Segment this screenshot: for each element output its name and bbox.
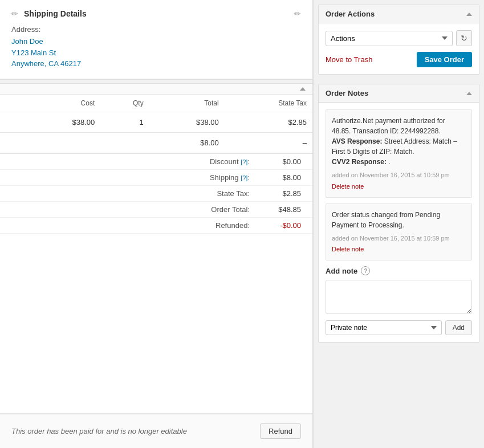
actions-row: Actions ↻ xyxy=(326,30,472,46)
refresh-button[interactable]: ↻ xyxy=(456,30,472,46)
add-note-area: Add note ? Private note Customer note Ad… xyxy=(326,266,472,335)
order-footer: This order has been paid for and is no l… xyxy=(0,413,312,448)
shipping-row-tax: – xyxy=(225,132,312,153)
note-meta-2: added on November 16, 2015 at 10:59 pm xyxy=(332,234,466,243)
totals-tax-row: State Tax: $2.85 xyxy=(0,186,312,202)
note-type-select[interactable]: Private note Customer note xyxy=(326,320,442,335)
order-notes-collapse[interactable] xyxy=(466,92,472,95)
totals-order-row: Order Total: $48.85 xyxy=(0,202,312,218)
shipping-street: Y123 Main St xyxy=(11,47,301,59)
order-notes-section: Order Notes Authorize.Net payment author… xyxy=(318,84,479,343)
order-notes-header: Order Notes xyxy=(319,84,479,103)
shipping-section: ✏ Shipping Details ✏ Address: John Doe Y… xyxy=(0,0,312,79)
note-text-1: Authorize.Net payment authorized for 48.… xyxy=(332,116,466,167)
footer-text: This order has been paid for and is no l… xyxy=(11,427,187,435)
refunded-label: Refunded: xyxy=(170,221,250,230)
order-notes-title: Order Notes xyxy=(326,89,368,97)
shipping-row: $8.00 – xyxy=(0,132,312,153)
note-card-1: Authorize.Net payment authorized for 48.… xyxy=(326,109,472,198)
totals-discount-row: Discount [?]: $0.00 xyxy=(0,154,312,170)
add-note-help-icon[interactable]: ? xyxy=(361,266,370,275)
item-cost: $38.00 xyxy=(25,112,100,132)
shipping-row-qty xyxy=(100,132,149,153)
actions-bottom: Move to Trash Save Order xyxy=(326,52,472,67)
shipping-value: $8.00 xyxy=(261,173,301,182)
shipping-header: ✏ Shipping Details ✏ xyxy=(11,9,301,18)
discount-label: Discount [?]: xyxy=(170,157,250,166)
note-textarea[interactable] xyxy=(326,280,472,314)
items-table: Cost Qty Total State Tax $38.00 1 $38.00… xyxy=(0,95,312,153)
refunded-value: -$0.00 xyxy=(261,221,301,230)
order-items-header xyxy=(0,84,312,95)
left-panel: ✏ Shipping Details ✏ Address: John Doe Y… xyxy=(0,0,313,448)
order-total-label: Order Total: xyxy=(170,205,250,214)
item-state-tax: $2.85 xyxy=(225,112,312,132)
item-total: $38.00 xyxy=(149,112,225,132)
shipping-name: John Doe xyxy=(11,36,301,47)
collapse-icon[interactable] xyxy=(300,87,306,91)
discount-value: $0.00 xyxy=(261,157,301,166)
refund-button[interactable]: Refund xyxy=(260,423,301,439)
shipping-address: Address: John Doe Y123 Main St Anywhere,… xyxy=(11,25,301,70)
address-label: Address: xyxy=(11,25,301,34)
col-total: Total xyxy=(149,95,225,112)
section-divider xyxy=(0,79,312,84)
col-state-tax: State Tax xyxy=(225,95,312,112)
item-qty: 1 xyxy=(100,112,149,132)
shipping-row-label xyxy=(0,132,25,153)
order-total-value: $48.85 xyxy=(261,205,301,214)
col-item xyxy=(0,95,25,112)
shipping-row-total: $8.00 xyxy=(149,132,225,153)
right-panel: Order Actions Actions ↻ Move to Trash Sa… xyxy=(313,0,484,448)
note-card-2: Order status changed from Pending Paymen… xyxy=(326,203,472,261)
add-note-button[interactable]: Add xyxy=(445,320,472,335)
note-text-2: Order status changed from Pending Paymen… xyxy=(332,210,466,230)
totals-shipping-row: Shipping [?]: $8.00 xyxy=(0,170,312,186)
totals-refunded-row: Refunded: -$0.00 xyxy=(0,218,312,234)
order-items-section: Cost Qty Total State Tax $38.00 1 $38.00… xyxy=(0,84,312,414)
save-order-button[interactable]: Save Order xyxy=(417,52,472,67)
order-actions-body: Actions ↻ Move to Trash Save Order xyxy=(319,23,479,74)
shipping-title: Shipping Details xyxy=(24,9,87,18)
order-actions-title: Order Actions xyxy=(326,10,375,18)
tax-label: State Tax: xyxy=(170,189,250,198)
add-note-label: Add note xyxy=(326,267,357,275)
edit-shipping-icon[interactable]: ✏ xyxy=(11,9,18,18)
shipping-row-cost xyxy=(25,132,100,153)
shipping-label: Shipping [?]: xyxy=(170,173,250,182)
actions-select[interactable]: Actions xyxy=(326,31,453,46)
order-notes-body: Authorize.Net payment authorized for 48.… xyxy=(319,103,479,342)
col-cost: Cost xyxy=(25,95,100,112)
note-meta-1: added on November 16, 2015 at 10:59 pm xyxy=(332,170,466,180)
note-delete-2[interactable]: Delete note xyxy=(332,246,364,252)
tax-value: $2.85 xyxy=(261,189,301,198)
order-actions-header: Order Actions xyxy=(319,5,479,23)
order-actions-section: Order Actions Actions ↻ Move to Trash Sa… xyxy=(318,5,479,75)
item-name xyxy=(0,112,25,132)
shipping-help[interactable]: [?] xyxy=(241,174,247,181)
totals-section: Discount [?]: $0.00 Shipping [?]: $8.00 … xyxy=(0,153,312,234)
move-to-trash-link[interactable]: Move to Trash xyxy=(326,55,372,64)
order-actions-collapse[interactable] xyxy=(466,13,472,16)
edit-shipping-icon-right[interactable]: ✏ xyxy=(294,9,301,18)
note-bottom: Private note Customer note Add xyxy=(326,320,472,335)
discount-help[interactable]: [?] xyxy=(241,158,247,165)
col-qty: Qty xyxy=(100,95,149,112)
table-row: $38.00 1 $38.00 $2.85 xyxy=(0,112,312,132)
note-delete-1[interactable]: Delete note xyxy=(332,183,364,190)
add-note-header: Add note ? xyxy=(326,266,472,275)
shipping-city: Anywhere, CA 46217 xyxy=(11,58,301,70)
